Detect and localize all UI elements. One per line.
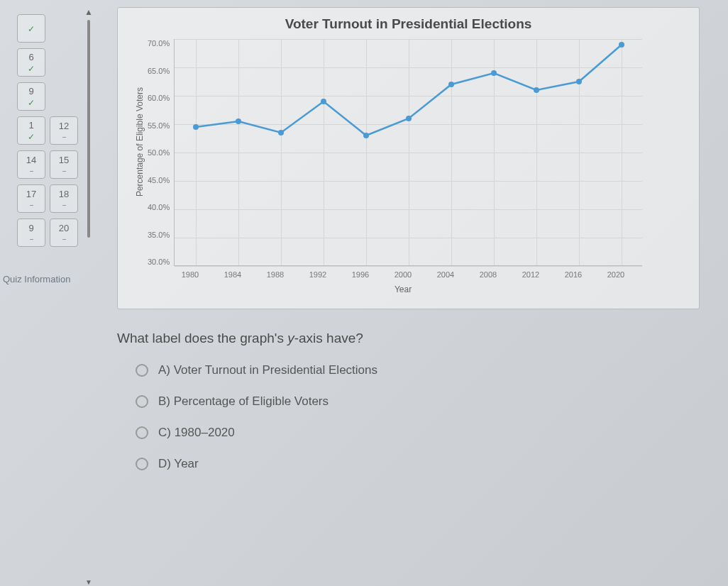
x-tick-label: 1992 [297,270,339,279]
unanswered-icon: -- [62,167,66,175]
x-axis-label: Year [169,284,637,294]
x-tick-label: 2020 [595,270,637,279]
line-chart-svg [175,39,642,265]
answer-option[interactable]: D) Year [136,457,700,471]
check-icon: ✓ [28,98,35,108]
question-nav-box[interactable]: 20-- [50,219,78,247]
question-prompt: What label does the graph's y-axis have? [117,331,700,346]
unanswered-icon: -- [62,133,66,140]
x-tick-label: 2008 [467,270,509,279]
question-nav-box[interactable]: 9✓ [17,82,45,111]
question-number: 17 [26,189,36,199]
question-number: 9 [28,223,33,233]
data-point [278,130,284,136]
scroll-up-icon[interactable]: ▲ [84,7,93,17]
radio-icon[interactable] [136,395,148,408]
y-tick-label: 30.0% [148,258,170,266]
y-tick-label: 65.0% [148,67,170,75]
answer-option[interactable]: B) Percentage of Eligible Voters [136,394,700,409]
scroll-down-icon[interactable]: ▼ [85,578,92,586]
question-nav-box[interactable]: 15-- [50,150,78,179]
x-tick-label: 1988 [254,270,297,279]
gridline-horizontal [175,266,642,267]
radio-icon[interactable] [136,364,148,377]
vertical-scroll-divider: ▲ ▼ [82,0,96,586]
data-point [619,42,624,48]
data-point [491,70,497,76]
x-tick-label: 2000 [382,270,424,279]
answer-options: A) Voter Turnout in Presidential Electio… [117,363,700,471]
data-point [448,82,454,87]
x-tick-label: 2016 [552,270,595,279]
question-nav-box[interactable]: 1✓ [17,116,45,145]
x-tick-label: 2004 [424,270,467,279]
question-nav-box[interactable]: 6✓ [17,48,45,77]
y-tick-label: 35.0% [148,231,170,239]
x-axis-ticks: 1980198419881992199620002004200820122016… [169,266,637,279]
chart-plot-area [174,39,642,266]
unanswered-icon: -- [62,201,66,209]
option-text: A) Voter Turnout in Presidential Electio… [158,363,377,377]
y-tick-label: 45.0% [148,176,170,184]
unanswered-icon: -- [30,235,33,243]
y-tick-label: 40.0% [148,203,170,211]
radio-icon[interactable] [136,426,148,439]
question-number: 15 [59,155,69,165]
question-number: 18 [59,189,69,199]
y-axis-label: Percentage of Eligible Voters [132,87,148,197]
question-nav-box[interactable]: 18-- [50,184,78,213]
y-tick-label: 50.0% [148,148,170,157]
x-tick-label: 1980 [169,270,211,279]
chart-title: Voter Turnout in Presidential Elections [132,16,685,32]
question-number: 6 [28,52,33,62]
question-number: 12 [59,121,69,131]
question-nav-box[interactable]: 17-- [17,184,45,213]
x-tick-label: 2012 [509,270,552,279]
x-tick-label: 1996 [339,270,382,279]
option-text: B) Percentage of Eligible Voters [158,394,329,409]
y-tick-label: 55.0% [148,121,170,130]
question-number: 9 [28,86,33,96]
question-number: 1 [28,120,33,131]
scroll-track[interactable] [87,20,90,238]
quiz-information-link[interactable]: Quiz Information [0,274,78,284]
data-point [576,79,582,84]
option-text: D) Year [158,457,199,471]
data-point [236,118,241,124]
y-tick-label: 70.0% [148,39,170,48]
check-icon: ✓ [28,132,35,142]
question-number: 20 [59,223,69,233]
unanswered-icon: -- [30,201,33,209]
question-nav-box[interactable]: 12-- [50,116,78,145]
question-number: 14 [26,155,36,165]
answer-option[interactable]: C) 1980–2020 [136,426,700,440]
unanswered-icon: -- [62,235,66,243]
check-icon: ✓ [28,24,35,34]
chart-container: Voter Turnout in Presidential Elections … [117,7,700,309]
y-axis-ticks: 70.0%65.0%60.0%55.0%50.0%45.0%40.0%35.0%… [148,39,174,266]
data-line [196,45,622,136]
y-tick-label: 60.0% [148,94,170,102]
data-point [321,99,326,104]
option-text: C) 1980–2020 [158,426,235,440]
question-nav-box[interactable]: 14-- [17,150,45,179]
radio-icon[interactable] [136,458,148,470]
data-point [534,87,539,93]
unanswered-icon: -- [30,167,33,175]
main-content: Voter Turnout in Presidential Elections … [96,0,728,586]
question-nav-box[interactable]: ✓ [17,14,45,43]
answer-option[interactable]: A) Voter Turnout in Presidential Electio… [136,363,700,377]
data-point [193,124,199,130]
check-icon: ✓ [28,64,35,74]
data-point [406,116,412,121]
data-point [363,133,369,138]
x-tick-label: 1984 [211,270,254,279]
question-nav-box[interactable]: 9-- [17,219,45,247]
question-navigator: ✓6✓9✓1✓12--14--15--17--18--9--20-- Quiz … [0,0,82,586]
